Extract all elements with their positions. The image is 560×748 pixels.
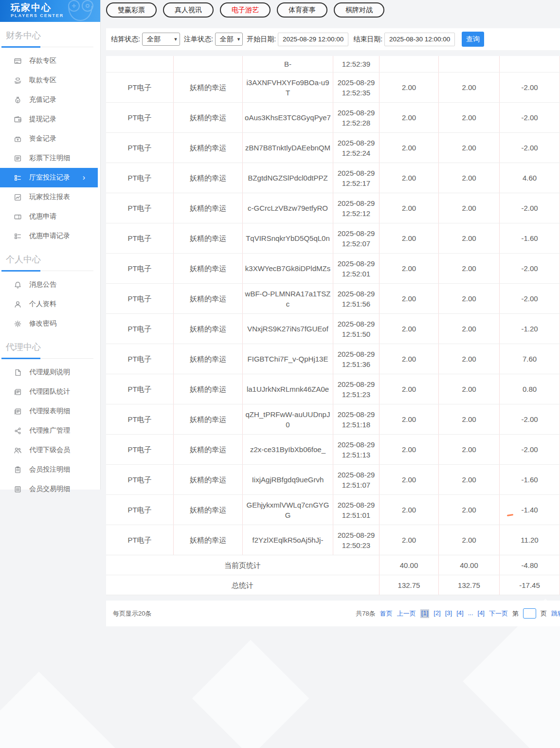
sidebar-item-announcements[interactable]: 消息公告 — [0, 275, 100, 294]
page-1-link[interactable]: [1] — [420, 609, 429, 618]
cell-bet-amount: 2.00 — [379, 465, 439, 494]
grand-total-valid: 132.75 — [439, 575, 500, 595]
sidebar-item-member-transaction-details[interactable]: 会员交易明细 — [0, 479, 100, 499]
cell-platform: PT电子 — [106, 284, 174, 313]
page-3-link[interactable]: [3] — [445, 609, 452, 618]
next-page-link[interactable]: 下一页 — [489, 609, 508, 618]
page-total-label: 当前页统计 — [106, 555, 379, 575]
cell-order-id: i3AXNFVHXYFo9BOa-u9T — [243, 73, 333, 102]
cell-order-id: f2YzlXEqlkR5oAj5hJj- — [243, 525, 333, 555]
page-4-link[interactable]: [4] — [456, 609, 463, 618]
cell-bet-amount: 2.00 — [379, 525, 439, 555]
cell-time: 12:52:39 — [333, 56, 379, 72]
section-divider — [1, 270, 93, 271]
page-2-link[interactable]: [2] — [434, 609, 440, 618]
chevron-right-icon: › — [83, 174, 85, 182]
first-page-link[interactable]: 首页 — [380, 609, 393, 618]
logo-banner: 玩家中心 PLAYERS CENTER — [0, 0, 100, 22]
sidebar-item-hall-bet-records[interactable]: 厅室投注记录› — [0, 168, 98, 187]
cell-valid-bet: 2.00 — [439, 495, 500, 525]
cell-valid-bet — [439, 56, 500, 72]
cell-bet-amount: 2.00 — [379, 344, 439, 374]
bell-icon — [14, 281, 22, 289]
sidebar-item-agent-promotion[interactable]: 代理推广管理 — [0, 421, 100, 440]
sidebar-item-change-password[interactable]: 修改密码 — [0, 314, 100, 333]
sidebar-item-withdraw-zone[interactable]: 取款专区 — [0, 71, 100, 90]
sidebar-item-agent-sub-members[interactable]: 代理下级会员 — [0, 440, 100, 460]
cell-order-id: TqVIRSnqkrYbD5Q5qL0n — [243, 223, 333, 253]
cell-valid-bet: 2.00 — [439, 404, 500, 434]
transaction-list-icon — [14, 485, 22, 493]
cell-win-loss: -2.00 — [500, 103, 560, 132]
cell-game: 妖精的幸运 — [174, 435, 243, 464]
cell-valid-bet: 2.00 — [439, 435, 500, 464]
end-date-input[interactable] — [384, 33, 455, 46]
sidebar-item-profile[interactable]: 个人资料 — [0, 294, 100, 314]
cell-game — [174, 56, 243, 72]
page-total-winloss: -4.80 — [500, 555, 560, 575]
sidebar-nav: 财务中心存款专区取款专区充值记录提现记录资金记录彩票下注明细厅室投注记录›玩家投… — [0, 30, 100, 499]
start-date-input[interactable] — [278, 33, 348, 46]
cell-bet-amount: 2.00 — [379, 374, 439, 404]
cell-win-loss: -1.20 — [500, 314, 560, 344]
cell-valid-bet: 2.00 — [439, 284, 500, 313]
chevron-down-icon: ▾ — [174, 36, 177, 42]
tab-e-games[interactable]: 电子游艺 — [220, 2, 271, 18]
tab-sports[interactable]: 体育赛事 — [277, 2, 327, 18]
cell-bet-amount: 2.00 — [379, 133, 439, 163]
jump-button[interactable]: 跳转 — [551, 609, 560, 618]
tab-lottery[interactable]: 雙赢彩票 — [106, 2, 157, 18]
table-row: PT电子妖精的幸运qZH_tPRFwW-auUUDnpJ02025-08-29 … — [106, 404, 560, 435]
cell-order-id: k3XWYecB7Gk8iDPldMZs — [243, 254, 333, 283]
main-content: 雙赢彩票真人视讯电子游艺体育赛事棋牌对战 结算状态: 全部 ▾ 注单状态: 全部… — [106, 0, 560, 626]
cell-bet-amount: 2.00 — [379, 223, 439, 253]
sidebar-item-funds-records[interactable]: 资金记录 — [0, 129, 100, 148]
cell-game: 妖精的幸运 — [174, 495, 243, 525]
cell-bet-amount: 2.00 — [379, 163, 439, 193]
sidebar-item-recharge-records[interactable]: 充值记录 — [0, 90, 100, 109]
cell-platform: PT电子 — [106, 193, 174, 223]
cell-win-loss: -1.60 — [500, 465, 560, 494]
background-triangle-decor — [0, 672, 122, 748]
cell-time: 2025-08-29 12:51:07 — [333, 465, 379, 494]
table-row: PT电子妖精的幸运GEhjykxmlVWLq7cnGYGG2025-08-29 … — [106, 495, 560, 525]
sidebar-item-member-bet-details[interactable]: 会员投注明细 — [0, 460, 100, 479]
tab-board-games[interactable]: 棋牌对战 — [334, 2, 384, 18]
promo-records-icon — [14, 232, 22, 240]
sidebar-item-agent-report-details[interactable]: 代理报表明细 — [0, 401, 100, 421]
sidebar-item-promo-apply[interactable]: 优惠申请 — [0, 207, 100, 226]
cell-bet-amount: 2.00 — [379, 193, 439, 223]
sidebar-item-player-bet-report[interactable]: 玩家投注报表 — [0, 187, 100, 207]
sidebar-item-agent-team-stats[interactable]: 代理团队统计 — [0, 382, 100, 401]
settle-status-select[interactable]: 全部 ▾ — [142, 33, 180, 46]
tab-live-video[interactable]: 真人视讯 — [163, 2, 214, 18]
sidebar-item-promo-apply-records[interactable]: 优惠申请记录 — [0, 226, 100, 246]
lottery-list-icon — [14, 154, 22, 163]
cell-valid-bet: 2.00 — [439, 314, 500, 344]
order-status-select[interactable]: 全部 ▾ — [215, 33, 243, 46]
sidebar-item-lottery-bet-details[interactable]: 彩票下注明细 — [0, 148, 100, 168]
cell-game: 妖精的幸运 — [174, 465, 243, 494]
page-jump-input[interactable] — [523, 608, 536, 619]
sidebar-item-agent-rules[interactable]: 代理规则说明 — [0, 363, 100, 382]
query-button[interactable]: 查询 — [462, 32, 484, 47]
chevron-down-icon: ▾ — [237, 36, 240, 42]
cell-valid-bet: 2.00 — [439, 163, 500, 193]
grand-total-bet: 132.75 — [379, 575, 439, 595]
promo-ticket-icon — [14, 213, 22, 221]
sidebar-item-deposit-zone[interactable]: 存款专区 — [0, 51, 100, 71]
prev-page-link[interactable]: 上一页 — [397, 609, 416, 618]
cell-order-id: B- — [243, 56, 333, 72]
user-icon — [14, 300, 22, 309]
cell-platform: PT电子 — [106, 495, 174, 525]
page-ellipsis: ... — [468, 609, 473, 618]
category-tabs: 雙赢彩票真人视讯电子游艺体育赛事棋牌对战 — [106, 0, 560, 18]
withdraw-hand-icon — [14, 76, 22, 85]
cell-platform: PT电子 — [106, 103, 174, 132]
sidebar-item-withdraw-records[interactable]: 提现记录 — [0, 109, 100, 129]
last-page-link[interactable]: [4] — [478, 609, 485, 618]
bet-records-table: B- 12:52:39 PT电子妖精的幸运i3AXNFVHXYFo9BOa-u9… — [106, 56, 560, 595]
settle-status-label: 结算状态: — [111, 35, 140, 44]
cell-platform: PT电子 — [106, 374, 174, 404]
cell-win-loss: -2.00 — [500, 435, 560, 464]
